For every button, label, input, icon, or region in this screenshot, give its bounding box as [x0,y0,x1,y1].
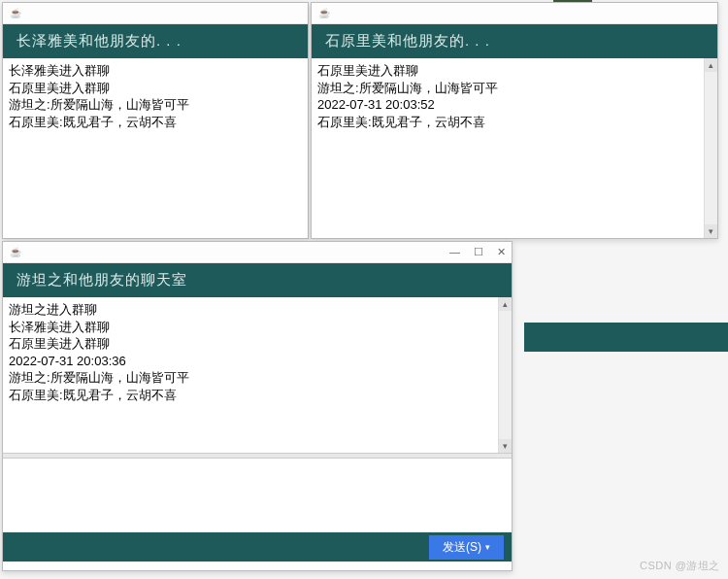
scroll-up-icon[interactable]: ▴ [499,297,512,311]
chat-header-a: 长泽雅美和他朋友的. . . [3,24,308,58]
watermark: CSDN @游坦之 [640,559,720,573]
chat-line: 石原里美:既见君子，云胡不喜 [9,114,302,131]
chat-line: 石原里美进入群聊 [317,62,711,80]
chat-line: 游坦之:所爱隔山海，山海皆可平 [9,96,302,114]
chat-line: 游坦之进入群聊 [9,301,506,319]
chat-line: 2022-07-31 20:03:36 [9,353,506,370]
chat-line: 长泽雅美进入群聊 [9,319,506,336]
chat-window-a: ☕ 长泽雅美和他朋友的. . . 长泽雅美进入群聊 石原里美进入群聊 游坦之:所… [2,2,309,239]
chat-area-c: 游坦之进入群聊 长泽雅美进入群聊 石原里美进入群聊 2022-07-31 20:… [3,297,512,453]
chat-area-b: 石原里美进入群聊 游坦之:所爱隔山海，山海皆可平 2022-07-31 20:0… [312,58,717,238]
bg-strip-1 [524,323,728,352]
chat-line: 石原里美进入群聊 [9,80,302,97]
chat-footer: 发送(S) ▾ [3,532,512,562]
send-button-label: 发送(S) [443,539,481,556]
java-icon: ☕ [317,7,331,20]
maximize-button[interactable]: ☐ [474,246,483,258]
close-button[interactable]: ✕ [497,246,506,258]
java-icon: ☕ [9,7,22,20]
scroll-down-icon[interactable]: ▾ [499,439,512,453]
scroll-up-icon[interactable]: ▴ [705,58,717,72]
chat-line: 石原里美进入群聊 [9,335,506,353]
chat-line: 长泽雅美进入群聊 [9,62,302,80]
chat-line: 游坦之:所爱隔山海，山海皆可平 [9,369,506,387]
scrollbar[interactable]: ▴ ▾ [498,297,512,453]
message-input[interactable] [3,459,512,532]
chat-line: 石原里美:既见君子，云胡不喜 [9,387,506,404]
titlebar-b[interactable]: ☕ [312,3,717,24]
chat-area-a: 长泽雅美进入群聊 石原里美进入群聊 游坦之:所爱隔山海，山海皆可平 石原里美:既… [3,58,308,238]
titlebar-a[interactable]: ☕ [3,3,308,24]
chat-header-c: 游坦之和他朋友的聊天室 [3,263,512,297]
titlebar-c[interactable]: ☕ — ☐ ✕ [3,242,512,263]
chat-window-b: ☕ 石原里美和他朋友的. . . 石原里美进入群聊 游坦之:所爱隔山海，山海皆可… [311,2,718,239]
send-button[interactable]: 发送(S) ▾ [429,535,504,560]
chat-line: 2022-07-31 20:03:52 [317,96,711,114]
scroll-down-icon[interactable]: ▾ [705,224,717,238]
chat-line: 游坦之:所爱隔山海，山海皆可平 [317,80,711,97]
chevron-down-icon: ▾ [485,542,490,552]
chat-window-c: ☕ — ☐ ✕ 游坦之和他朋友的聊天室 游坦之进入群聊 长泽雅美进入群聊 石原里… [2,241,513,571]
java-icon: ☕ [9,246,22,259]
minimize-button[interactable]: — [449,246,460,258]
scrollbar[interactable]: ▴ ▾ [704,58,717,238]
chat-line: 石原里美:既见君子，云胡不喜 [317,114,711,131]
chat-header-b: 石原里美和他朋友的. . . [312,24,717,58]
